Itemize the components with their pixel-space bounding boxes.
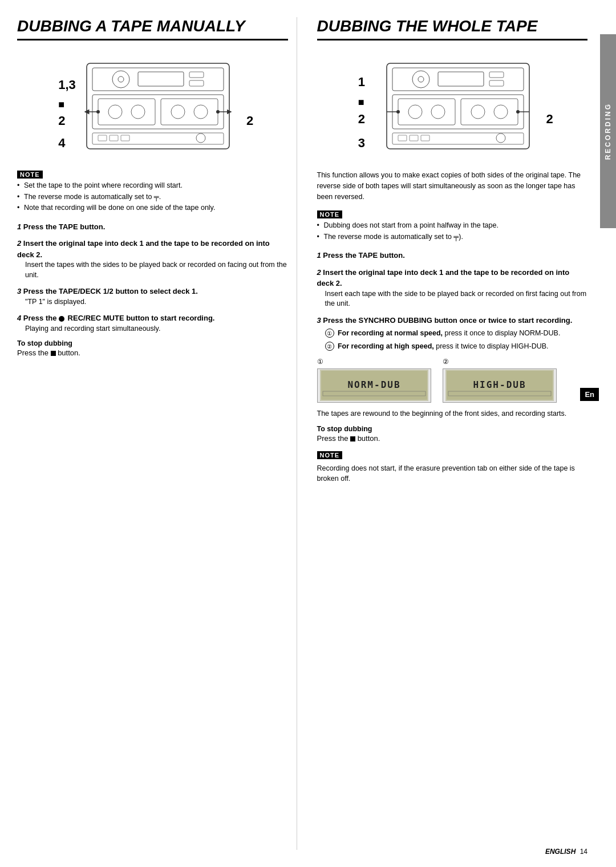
svg-rect-6: [189, 80, 204, 86]
svg-rect-17: [98, 135, 107, 141]
right-intro: This function allows you to make exact c…: [317, 170, 588, 202]
svg-rect-8: [98, 99, 155, 125]
right-note2-label: NOTE: [317, 451, 343, 459]
right-step-1: 1 Press the TAPE button.: [317, 250, 588, 261]
label-13: 1,3: [58, 78, 76, 92]
svg-point-35: [471, 105, 485, 119]
en-badge: En: [580, 388, 599, 401]
svg-rect-11: [161, 99, 218, 125]
left-note-item-3: Note that recording will be done on one …: [17, 203, 288, 213]
svg-point-26: [418, 76, 424, 82]
right-step-3-num: 3: [317, 316, 323, 325]
right-step-2-title: Insert the original tape into deck 1 and…: [317, 268, 570, 288]
svg-point-44: [396, 110, 400, 114]
page-footer: ENGLISH 14: [545, 848, 587, 856]
left-title: DUBBING A TAPE MANUALLY: [17, 17, 288, 40]
svg-point-10: [131, 105, 145, 119]
right-stop-label: To stop dubbing: [317, 425, 588, 433]
right-step-1-title: Press the TAPE button.: [323, 251, 405, 260]
left-step-4: 4 Press the REC/REC MUTE button to start…: [17, 313, 288, 334]
left-step-2: 2 Insert the original tape into deck 1 a…: [17, 238, 288, 280]
left-device-svg: [75, 58, 241, 155]
main-content: DUBBING A TAPE MANUALLY 1,3 ■ 2 4 2: [0, 0, 599, 867]
svg-rect-29: [489, 80, 504, 86]
left-step-1: 1 Press the TAPE button.: [17, 221, 288, 233]
right-diagram-wrapper: 1 ■ 2 2 3: [364, 58, 541, 156]
high-dub-display-svg: HIGH-DUB: [445, 370, 554, 401]
side-tab-text: RECORDING: [604, 103, 612, 160]
left-step-4-num: 4: [17, 314, 23, 322]
label-2r: 2: [546, 112, 553, 127]
label-square-left: ■: [58, 99, 64, 111]
svg-point-3: [118, 76, 124, 82]
left-stop-label: To stop dubbing: [17, 339, 288, 347]
left-stop-dubbing: To stop dubbing Press the button.: [17, 339, 288, 357]
right-column: DUBBING THE WHOLE TAPE 1 ■ 2 2 3: [309, 17, 588, 850]
display-screen-norm: NORM-DUB: [317, 368, 431, 403]
display-row: ① NORM-DUB ②: [317, 358, 588, 403]
label-4: 4: [58, 136, 65, 151]
left-step-4-body: Playing and recording start simultaneous…: [25, 324, 288, 334]
right-diagram-container: 1 ■ 2 2 3: [317, 52, 588, 162]
recording-side-tab: RECORDING: [600, 34, 616, 228]
svg-point-12: [171, 105, 185, 119]
left-step-4-title: Press the REC/REC MUTE button to start r…: [23, 314, 215, 322]
svg-text:NORM-DUB: NORM-DUB: [347, 379, 400, 390]
svg-rect-23: [387, 63, 529, 149]
svg-rect-18: [110, 135, 118, 141]
right-title: DUBBING THE WHOLE TAPE: [317, 17, 588, 40]
svg-point-9: [108, 105, 122, 119]
norm-dub-display-svg: NORM-DUB: [320, 370, 428, 401]
left-step-3-body: "TP 1" is displayed.: [25, 297, 288, 307]
right-stop-text: Press the button.: [317, 434, 588, 443]
svg-rect-7: [92, 95, 224, 129]
display-screen-high: HIGH-DUB: [443, 368, 557, 403]
label-sq-right: ■: [358, 96, 364, 108]
right-step-3-sub1: ① For recording at normal speed, press i…: [325, 328, 588, 339]
label-2-left: 2: [58, 114, 65, 128]
svg-point-33: [431, 105, 445, 119]
left-note-item-2: The reverse mode is automatically set to…: [17, 192, 288, 202]
left-column: DUBBING A TAPE MANUALLY 1,3 ■ 2 4 2: [17, 17, 297, 850]
left-note-label: NOTE: [17, 171, 43, 179]
svg-point-43: [496, 133, 505, 143]
left-step-3-title: Press the TAPE/DECK 1/2 button to select…: [23, 287, 198, 295]
svg-rect-34: [461, 99, 518, 125]
right-step-3-sub2: ② For recording at high speed, press it …: [325, 341, 588, 352]
right-note-item-1: Dubbing does not start from a point half…: [317, 221, 588, 231]
right-step-3-title: Press the SYNCHRO DUBBING button once or…: [323, 316, 572, 325]
svg-point-13: [194, 105, 208, 119]
svg-point-22: [216, 110, 220, 114]
svg-point-36: [494, 105, 508, 119]
tapes-rewound-text: The tapes are rewound to the beginning o…: [317, 408, 588, 419]
svg-point-2: [112, 71, 129, 88]
svg-rect-42: [421, 135, 429, 141]
right-note-item-2: The reverse mode is automatically set to…: [317, 232, 588, 242]
svg-rect-28: [489, 72, 504, 78]
right-note-list: Dubbing does not start from a point half…: [317, 221, 588, 242]
right-step-2: 2 Insert the original tape into deck 1 a…: [317, 267, 588, 309]
label-1: 1: [358, 75, 365, 90]
right-step-3: 3 Press the SYNCHRO DUBBING button once …: [317, 315, 588, 352]
svg-rect-5: [189, 72, 204, 78]
right-note-section: NOTE Dubbing does not start from a point…: [317, 210, 588, 242]
svg-rect-0: [87, 63, 229, 149]
svg-point-20: [196, 133, 205, 143]
left-step-1-num: 1: [17, 222, 23, 231]
footer-page-number: 14: [580, 848, 587, 856]
left-step-2-title: Insert the original tape into deck 1 and…: [17, 239, 270, 259]
display-item-2: ② HIGH-DUB: [443, 358, 557, 403]
left-step-3: 3 Press the TAPE/DECK 1/2 button to sele…: [17, 286, 288, 307]
svg-rect-4: [138, 72, 184, 86]
label-2-right: 2: [246, 114, 253, 128]
right-step-2-body: Insert each tape with the side to be pla…: [325, 289, 588, 309]
left-step-2-body: Insert the tapes with the sides to be pl…: [25, 260, 288, 280]
svg-text:HIGH-DUB: HIGH-DUB: [473, 379, 526, 390]
right-device-svg: [375, 58, 541, 155]
svg-point-45: [516, 110, 520, 114]
left-diagram-wrapper: 1,3 ■ 2 4 2: [64, 58, 241, 156]
right-step-2-num: 2: [317, 268, 323, 277]
left-step-3-num: 3: [17, 287, 23, 295]
svg-rect-19: [121, 135, 129, 141]
right-note-label: NOTE: [317, 210, 343, 218]
